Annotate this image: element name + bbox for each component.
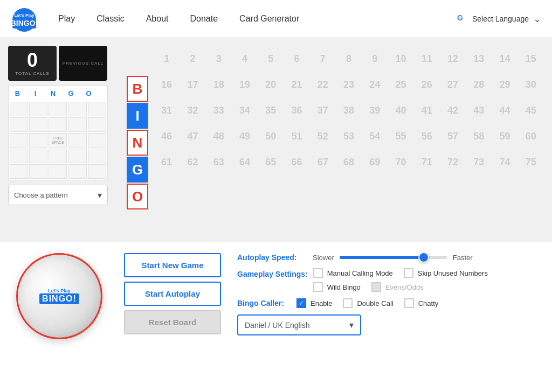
number-cell[interactable]: 1: [154, 46, 180, 72]
number-cell[interactable]: 23: [336, 72, 362, 97]
enable-caller-option[interactable]: Enable: [296, 298, 332, 308]
number-cell[interactable]: 72: [440, 149, 466, 175]
number-cell[interactable]: 4: [232, 46, 258, 72]
bingo-card-cell[interactable]: [49, 164, 67, 179]
number-cell[interactable]: 49: [232, 123, 258, 149]
bingo-card-cell[interactable]: [49, 102, 67, 116]
bingo-card-cell[interactable]: [88, 117, 106, 132]
number-cell[interactable]: 51: [284, 123, 309, 149]
bingo-card-cell[interactable]: FREE SPACE: [49, 133, 67, 148]
speed-slider[interactable]: [340, 256, 447, 259]
number-cell[interactable]: 26: [414, 72, 440, 97]
bingo-card-cell[interactable]: [29, 133, 47, 148]
number-cell[interactable]: 37: [310, 97, 336, 123]
number-cell[interactable]: 34: [232, 97, 258, 123]
number-cell[interactable]: 55: [388, 123, 413, 149]
number-cell[interactable]: 70: [388, 149, 413, 175]
number-cell[interactable]: 42: [440, 97, 466, 123]
number-cell[interactable]: 28: [466, 72, 492, 97]
bingo-card-cell[interactable]: [29, 117, 47, 132]
bingo-card-cell[interactable]: [68, 117, 87, 132]
nav-classic[interactable]: Classic: [96, 14, 125, 24]
bingo-card-cell[interactable]: [29, 149, 47, 163]
number-cell[interactable]: 45: [518, 97, 544, 123]
bingo-card-cell[interactable]: [68, 102, 87, 116]
number-cell[interactable]: 2: [180, 46, 205, 72]
number-cell[interactable]: 12: [440, 46, 466, 72]
nav-card-generator[interactable]: Card Generator: [239, 14, 299, 24]
caller-voice-dropdown[interactable]: Daniel / UK English ▾: [237, 314, 361, 335]
number-cell[interactable]: 24: [362, 72, 388, 97]
number-cell[interactable]: 43: [466, 97, 492, 123]
number-cell[interactable]: 21: [284, 72, 309, 97]
language-selector[interactable]: G Select Language ⌄: [457, 13, 541, 25]
number-cell[interactable]: 16: [154, 72, 180, 97]
number-cell[interactable]: 17: [180, 72, 205, 97]
chatty-checkbox[interactable]: [404, 298, 414, 308]
wild-bingo-option[interactable]: Wild Bingo: [313, 282, 361, 292]
number-cell[interactable]: 9: [362, 46, 388, 72]
bingo-card-cell[interactable]: [49, 117, 67, 132]
bingo-card-cell[interactable]: [10, 164, 28, 179]
bingo-card-cell[interactable]: [88, 164, 106, 179]
number-cell[interactable]: 27: [440, 72, 466, 97]
number-cell[interactable]: 6: [284, 46, 309, 72]
number-cell[interactable]: 11: [414, 46, 440, 72]
reset-board-button[interactable]: Reset Board: [124, 310, 221, 334]
number-cell[interactable]: 53: [336, 123, 362, 149]
bingo-card-cell[interactable]: [49, 149, 67, 163]
number-cell[interactable]: 3: [206, 46, 232, 72]
bingo-card-cell[interactable]: [10, 117, 28, 132]
skip-unused-option[interactable]: Skip Unused Numbers: [404, 268, 488, 278]
number-cell[interactable]: 48: [206, 123, 232, 149]
bingo-card-cell[interactable]: [88, 102, 106, 116]
number-cell[interactable]: 46: [154, 123, 180, 149]
number-cell[interactable]: 65: [258, 149, 284, 175]
number-cell[interactable]: 20: [258, 72, 284, 97]
number-cell[interactable]: 10: [388, 46, 413, 72]
enable-caller-checkbox[interactable]: [296, 298, 306, 308]
number-cell[interactable]: 62: [180, 149, 205, 175]
number-cell[interactable]: 14: [492, 46, 518, 72]
start-autoplay-button[interactable]: Start Autoplay: [124, 282, 221, 306]
number-cell[interactable]: 35: [258, 97, 284, 123]
chatty-option[interactable]: Chatty: [404, 298, 439, 308]
bingo-card-cell[interactable]: [68, 133, 87, 148]
nav-play[interactable]: Play: [58, 14, 75, 24]
bingo-card-cell[interactable]: [29, 102, 47, 116]
number-cell[interactable]: 75: [518, 149, 544, 175]
number-cell[interactable]: 7: [310, 46, 336, 72]
number-cell[interactable]: 29: [492, 72, 518, 97]
number-cell[interactable]: 41: [414, 97, 440, 123]
bingo-card-cell[interactable]: [29, 164, 47, 179]
number-cell[interactable]: 25: [388, 72, 413, 97]
number-cell[interactable]: 57: [440, 123, 466, 149]
bingo-card-cell[interactable]: [10, 102, 28, 116]
double-call-option[interactable]: Double Call: [343, 298, 393, 308]
number-cell[interactable]: 44: [492, 97, 518, 123]
bingo-card-cell[interactable]: [88, 149, 106, 163]
number-cell[interactable]: 30: [518, 72, 544, 97]
number-cell[interactable]: 59: [492, 123, 518, 149]
number-cell[interactable]: 54: [362, 123, 388, 149]
number-cell[interactable]: 64: [232, 149, 258, 175]
number-cell[interactable]: 32: [180, 97, 205, 123]
number-cell[interactable]: 73: [466, 149, 492, 175]
number-cell[interactable]: 60: [518, 123, 544, 149]
bingo-card-cell[interactable]: [10, 149, 28, 163]
bingo-card-cell[interactable]: [68, 149, 87, 163]
wild-bingo-checkbox[interactable]: [313, 282, 323, 292]
nav-about[interactable]: About: [146, 14, 169, 24]
number-cell[interactable]: 58: [466, 123, 492, 149]
bingo-card-cell[interactable]: [10, 133, 28, 148]
number-cell[interactable]: 19: [232, 72, 258, 97]
start-new-game-button[interactable]: Start New Game: [124, 253, 221, 277]
number-cell[interactable]: 52: [310, 123, 336, 149]
number-cell[interactable]: 61: [154, 149, 180, 175]
number-cell[interactable]: 5: [258, 46, 284, 72]
number-cell[interactable]: 15: [518, 46, 544, 72]
number-cell[interactable]: 38: [336, 97, 362, 123]
number-cell[interactable]: 8: [336, 46, 362, 72]
number-cell[interactable]: 50: [258, 123, 284, 149]
number-cell[interactable]: 56: [414, 123, 440, 149]
